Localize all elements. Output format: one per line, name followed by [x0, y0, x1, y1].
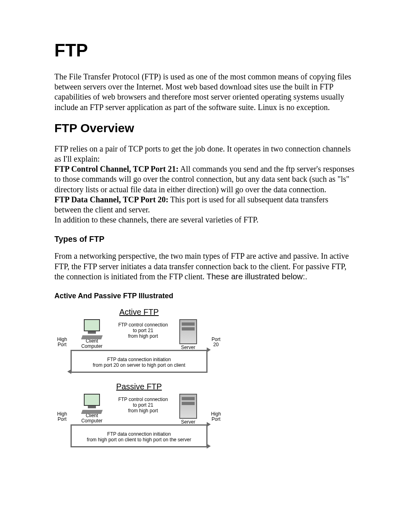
passive-right-1: High — [211, 411, 221, 417]
server-icon — [179, 394, 197, 419]
active-data-2: from port 20 on server to high port on c… — [93, 362, 185, 368]
intro-paragraph: The File Transfer Protocol (FTP) is used… — [54, 72, 357, 112]
passive-server-label: Server — [181, 419, 195, 425]
ftp-diagram: Active FTP High Port Client Computer FTP… — [54, 308, 224, 449]
overview-body: FTP relies on a pair of TCP ports to get… — [54, 144, 357, 225]
passive-ctrl-1: FTP control connection — [118, 397, 168, 402]
active-client: Client Computer — [78, 319, 106, 349]
active-left-1: High — [57, 337, 67, 342]
passive-data-1: FTP data connection initiation — [107, 431, 171, 437]
active-client-2: Computer — [81, 343, 103, 349]
passive-server: Server — [176, 394, 200, 425]
types-heading: Types of FTP — [54, 235, 357, 244]
overview-p1: FTP relies on a pair of TCP ports to get… — [54, 144, 351, 163]
server-icon — [179, 319, 197, 344]
overview-p3: In addition to these channels, there are… — [54, 215, 259, 224]
computer-icon — [81, 319, 103, 338]
data-channel-label: FTP Data Channel, TCP Port 20: — [54, 195, 168, 204]
passive-ftp-panel: Passive FTP High Port Client Computer FT… — [54, 382, 224, 449]
active-right-1: Port — [212, 337, 220, 342]
active-data-1: FTP data connection initiation — [107, 357, 171, 362]
overview-heading: FTP Overview — [54, 121, 357, 135]
passive-ctrl-3: from high port — [128, 408, 158, 414]
passive-client-2: Computer — [81, 418, 103, 424]
illustrated-heading: Active And Passive FTP Illustrated — [54, 292, 357, 300]
types-sans-text: These are illustrated below:. — [207, 272, 307, 281]
passive-left-label: High Port — [53, 411, 71, 422]
active-ctrl-2: to port 21 — [133, 328, 154, 333]
active-server-label: Server — [181, 345, 195, 350]
passive-right-2: Port — [212, 416, 220, 422]
types-paragraph: From a networking perspective, the two m… — [54, 251, 357, 282]
active-ctrl-1: FTP control connection — [118, 322, 168, 328]
passive-right-label: High Port — [207, 411, 225, 422]
active-ctrl-text: FTP control connection to port 21 from h… — [111, 322, 175, 339]
passive-ctrl-text: FTP control connection to port 21 from h… — [111, 397, 175, 414]
active-right-label: Port 20 — [207, 337, 225, 347]
passive-data-caption: FTP data connection initiation from high… — [54, 431, 224, 443]
passive-client: Client Computer — [78, 394, 106, 424]
control-channel-label: FTP Control Channel, TCP Port 21: — [54, 164, 179, 173]
active-ctrl-3: from high port — [128, 333, 158, 339]
passive-ctrl-2: to port 21 — [133, 402, 154, 408]
active-right-2: 20 — [213, 342, 218, 347]
page-title: FTP — [54, 40, 357, 60]
active-left-2: Port — [58, 342, 66, 347]
active-data-caption: FTP data connection initiation from port… — [54, 356, 224, 368]
active-title: Active FTP — [54, 308, 224, 317]
passive-data-2: from high port on client to high port on… — [87, 437, 191, 443]
active-ftp-panel: Active FTP High Port Client Computer FTP… — [54, 308, 224, 375]
passive-left-2: Port — [58, 416, 66, 422]
computer-icon — [81, 394, 103, 412]
passive-left-1: High — [57, 411, 67, 417]
passive-title: Passive FTP — [54, 382, 224, 391]
active-server: Server — [176, 319, 200, 350]
active-left-label: High Port — [53, 337, 71, 347]
